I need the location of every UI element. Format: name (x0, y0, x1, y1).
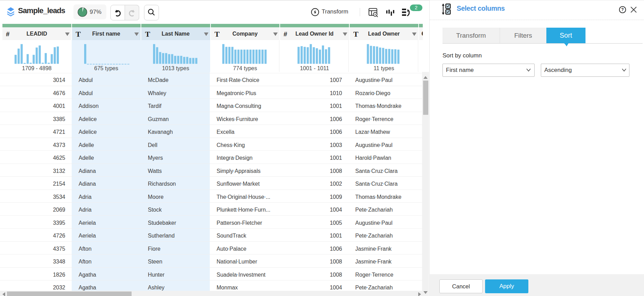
svg-text:?: ? (621, 7, 624, 12)
